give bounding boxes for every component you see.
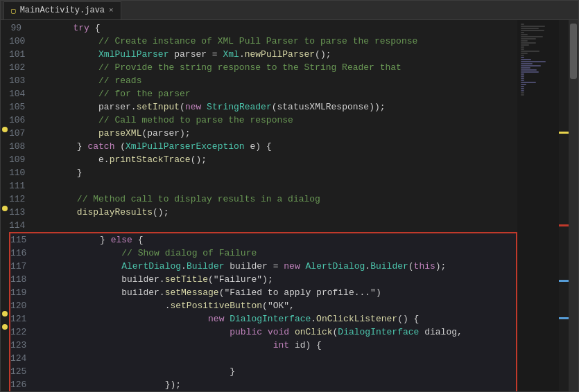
line-number-103: 103 <box>9 74 33 87</box>
line-number-124: 124 <box>10 352 35 365</box>
code-line-114: 114 <box>9 219 517 232</box>
line-content-100: // Create instance of XML Pull Parser to… <box>33 35 517 48</box>
line-number-110: 110 <box>9 166 33 179</box>
line-content-99: try { <box>30 21 517 35</box>
line-content-121: new DialogInterface.OnClickListener() { <box>35 312 516 326</box>
error-marker-122 <box>2 324 8 330</box>
line-number-121: 121 <box>10 312 35 326</box>
line-number-122: 122 <box>10 326 35 339</box>
line-content-108: } catch (XmlPullParserException e) { <box>33 140 517 153</box>
line-number-115: 115 <box>10 233 35 247</box>
line-number-105: 105 <box>9 100 33 114</box>
line-content-113: displayResults(); <box>33 206 517 219</box>
file-tab[interactable]: ▢ MainActivity.java × <box>3 1 121 19</box>
line-number-102: 102 <box>9 61 33 74</box>
line-content-116: // Show dialog of Failure <box>35 247 516 260</box>
code-line-124: 124 <box>9 352 517 365</box>
code-line-122: 122 public void onClick(DialogInterface … <box>9 326 517 339</box>
line-content-105: parser.setInput(new StringReader(statusX… <box>33 100 517 114</box>
right-marker-2 <box>559 224 569 226</box>
code-area[interactable]: 99 try {100 // Create instance of XML Pu… <box>9 20 517 391</box>
line-content-112: // Method call to display results in a d… <box>33 193 517 206</box>
code-line-105: 105 parser.setInput(new StringReader(sta… <box>9 100 517 114</box>
editor-body: 99 try {100 // Create instance of XML Pu… <box>1 20 578 391</box>
line-content-106: // Call method to parse the response <box>33 114 517 127</box>
line-number-104: 104 <box>9 87 33 100</box>
line-number-100: 100 <box>9 35 33 48</box>
line-content-111 <box>33 179 517 193</box>
code-line-112: 112 // Method call to display results in… <box>9 193 517 206</box>
line-content-124 <box>35 352 516 365</box>
code-line-118: 118 builder.setTitle("Failure"); <box>9 273 517 286</box>
code-line-115: 115 } else { <box>9 232 517 247</box>
line-number-114: 114 <box>9 219 33 232</box>
code-line-116: 116 // Show dialog of Failure <box>9 247 517 260</box>
line-number-106: 106 <box>9 114 33 127</box>
line-number-107: 107 <box>9 127 33 140</box>
line-content-125: } <box>35 365 516 378</box>
line-number-109: 109 <box>9 153 33 166</box>
line-content-118: builder.setTitle("Failure"); <box>35 273 516 286</box>
error-marker-121 <box>2 311 8 317</box>
right-marker-4 <box>559 317 569 319</box>
line-number-112: 112 <box>9 193 33 206</box>
editor-window: ▢ MainActivity.java × 99 try {100 // Cre… <box>0 0 579 392</box>
code-line-117: 117 AlertDialog.Builder builder = new Al… <box>9 260 517 273</box>
right-markers <box>559 20 569 391</box>
line-content-107: parseXML(parser); <box>33 127 517 140</box>
line-number-108: 108 <box>9 140 33 153</box>
code-line-99: 99 try { <box>9 21 517 35</box>
right-marker-3 <box>559 280 569 282</box>
code-line-126: 126 }); <box>9 378 517 391</box>
code-line-119: 119 builder.setMessage("Failed to apply … <box>9 286 517 299</box>
line-content-126: }); <box>35 378 516 391</box>
line-number-120: 120 <box>10 299 35 312</box>
code-line-110: 110 } <box>9 166 517 179</box>
line-content-110: } <box>33 166 517 179</box>
tab-close-button[interactable]: × <box>109 6 114 15</box>
code-line-125: 125 } <box>9 365 517 378</box>
line-content-120: .setPositiveButton("OK", <box>35 299 516 312</box>
file-icon: ▢ <box>11 6 16 15</box>
line-number-123: 123 <box>10 339 35 352</box>
line-number-99: 99 <box>9 21 30 35</box>
code-line-111: 111 <box>9 179 517 193</box>
line-number-116: 116 <box>10 247 35 260</box>
code-line-120: 120 .setPositiveButton("OK", <box>9 299 517 312</box>
code-line-106: 106 // Call method to parse the response <box>9 114 517 127</box>
gutter-left <box>1 20 9 391</box>
code-line-121: 121 new DialogInterface.OnClickListener(… <box>9 312 517 326</box>
line-number-117: 117 <box>10 260 35 273</box>
line-content-123: int id) { <box>35 339 516 352</box>
code-line-123: 123 int id) { <box>9 339 517 352</box>
code-line-104: 104 // for the parser <box>9 87 517 100</box>
minimap <box>517 20 559 391</box>
line-content-102: // Provide the string response to the St… <box>33 61 517 74</box>
scrollbar-thumb[interactable] <box>570 24 577 79</box>
line-number-101: 101 <box>9 48 33 61</box>
line-number-125: 125 <box>10 365 35 378</box>
minimap-content <box>517 20 559 391</box>
code-line-103: 103 // reads <box>9 74 517 87</box>
line-content-104: // for the parser <box>33 87 517 100</box>
error-marker-113 <box>2 206 8 211</box>
line-number-119: 119 <box>10 286 35 299</box>
right-marker-1 <box>559 132 569 134</box>
line-content-103: // reads <box>33 74 517 87</box>
error-marker-107 <box>2 127 8 132</box>
line-number-111: 111 <box>9 179 33 193</box>
line-number-126: 126 <box>10 378 35 391</box>
scrollbar-vertical[interactable] <box>569 20 578 391</box>
code-line-109: 109 e.printStackTrace(); <box>9 153 517 166</box>
code-line-101: 101 XmlPullParser parser = Xml.newPullPa… <box>9 48 517 61</box>
code-line-100: 100 // Create instance of XML Pull Parse… <box>9 35 517 48</box>
code-line-113: 113 displayResults(); <box>9 206 517 219</box>
line-content-109: e.printStackTrace(); <box>33 153 517 166</box>
code-line-102: 102 // Provide the string response to th… <box>9 61 517 74</box>
line-content-122: public void onClick(DialogInterface dial… <box>35 326 516 339</box>
line-content-101: XmlPullParser parser = Xml.newPullParser… <box>33 48 517 61</box>
line-content-117: AlertDialog.Builder builder = new AlertD… <box>35 260 516 273</box>
line-number-113: 113 <box>9 206 33 219</box>
tab-bar: ▢ MainActivity.java × <box>1 1 578 20</box>
line-content-114 <box>33 219 517 232</box>
